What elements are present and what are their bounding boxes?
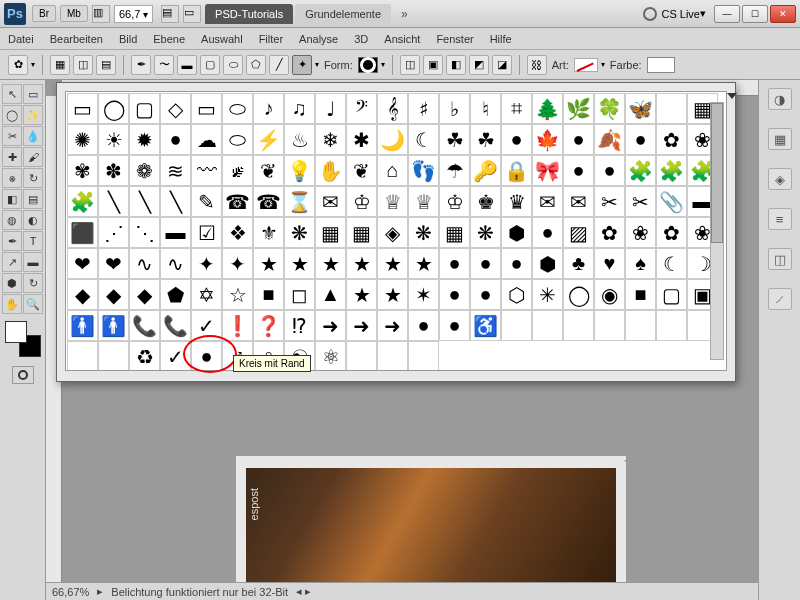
shape-cell[interactable]: ☂ (439, 155, 470, 186)
shape-cell[interactable]: ➜ (315, 310, 346, 341)
bridge-button[interactable]: Br (32, 5, 56, 22)
shape-cell[interactable]: ≋ (160, 155, 191, 186)
shape-cell[interactable]: ◆ (129, 279, 160, 310)
shape-cell[interactable]: ✿ (656, 124, 687, 155)
shape-cell[interactable]: ❖ (222, 217, 253, 248)
freeform-icon[interactable]: 〜 (154, 55, 174, 75)
shape-cell[interactable] (377, 341, 408, 371)
layers-panel-icon[interactable]: ≡ (768, 208, 792, 230)
shape-cell[interactable]: 📞 (160, 310, 191, 341)
adjustments-panel-icon[interactable]: ◈ (768, 168, 792, 190)
shape-cell[interactable]: ● (563, 124, 594, 155)
shape-cell[interactable]: ✶ (408, 279, 439, 310)
shape-cell[interactable]: ◻ (284, 279, 315, 310)
shape-cell[interactable]: ☑ (191, 217, 222, 248)
status-zoom[interactable]: 66,67% (52, 586, 89, 598)
shape-cell[interactable]: ● (501, 124, 532, 155)
shape-cell[interactable]: ⌛ (284, 186, 315, 217)
shape-cell[interactable]: ♛ (501, 186, 532, 217)
shape-cell[interactable]: ♔ (439, 186, 470, 217)
shape-cell[interactable]: ◆ (67, 279, 98, 310)
shape-cell[interactable]: ✽ (98, 155, 129, 186)
shape-cell[interactable]: ★ (346, 279, 377, 310)
shape-cell[interactable]: 🎀 (532, 155, 563, 186)
shape-cell[interactable]: ❀ (625, 217, 656, 248)
shape-cell[interactable]: ♻ (129, 341, 160, 371)
zoom-tool[interactable]: 🔍 (23, 294, 43, 314)
shape-cell[interactable]: ◯ (98, 93, 129, 124)
screen-icon[interactable]: ▭ (183, 5, 201, 23)
blur-tool[interactable]: ◍ (2, 210, 22, 230)
shape-cell[interactable] (656, 310, 687, 341)
shape-cell[interactable]: ✉ (532, 186, 563, 217)
shape-cell[interactable]: ♭ (439, 93, 470, 124)
brush-tool[interactable]: 🖌 (23, 147, 43, 167)
minimize-button[interactable]: — (714, 5, 740, 23)
shape-cell[interactable]: 🍁 (532, 124, 563, 155)
layers-mode-icon[interactable]: ▦ (50, 55, 70, 75)
shape-cell[interactable]: ★ (315, 248, 346, 279)
shape-cell[interactable]: ✡ (191, 279, 222, 310)
shape-cell[interactable]: ☘ (439, 124, 470, 155)
shape-cell[interactable]: 💡 (284, 155, 315, 186)
style-none-icon[interactable] (574, 58, 598, 72)
shape-cell[interactable]: 🚹 (98, 310, 129, 341)
shape-cell[interactable]: 🧩 (656, 155, 687, 186)
shape-cell[interactable]: ★ (377, 279, 408, 310)
combine-icon[interactable]: ◫ (400, 55, 420, 75)
shape-cell[interactable]: ● (408, 310, 439, 341)
tab-psd-tutorials[interactable]: PSD-Tutorials (205, 4, 293, 24)
pixels-mode-icon[interactable]: ▤ (96, 55, 116, 75)
shape-cell[interactable]: 🚹 (67, 310, 98, 341)
pen-tool[interactable]: ✒ (2, 231, 22, 251)
shape-cell[interactable]: ◉ (594, 279, 625, 310)
shape-cell[interactable]: ▢ (656, 279, 687, 310)
shape-cell[interactable]: ▢ (129, 93, 160, 124)
shape-cell[interactable]: 🌿 (563, 93, 594, 124)
shape-cell[interactable]: ■ (625, 279, 656, 310)
menu-datei[interactable]: Datei (8, 33, 34, 45)
path-tool[interactable]: ↗ (2, 252, 22, 272)
shape-cell[interactable]: 🍂 (594, 124, 625, 155)
shape-cell[interactable]: ☎ (222, 186, 253, 217)
exclude-icon[interactable]: ◪ (492, 55, 512, 75)
tabs-overflow-icon[interactable]: » (401, 7, 408, 21)
history-tool[interactable]: ↻ (23, 168, 43, 188)
scrollbar[interactable] (710, 102, 724, 360)
shape-cell[interactable]: ♪ (253, 93, 284, 124)
3d-tool[interactable]: ⬢ (2, 273, 22, 293)
shape-cell[interactable]: ▦ (346, 217, 377, 248)
shape-cell[interactable]: ╲ (129, 186, 160, 217)
shape-cell[interactable]: ◇ (160, 93, 191, 124)
link-icon[interactable]: ⛓ (527, 55, 547, 75)
shape-cell[interactable]: ◆ (98, 279, 129, 310)
eyedrop-tool[interactable]: 💧 (23, 126, 43, 146)
shape-cell[interactable]: 🍀 (594, 93, 625, 124)
shape-cell[interactable]: ❋ (408, 217, 439, 248)
paths-panel-icon[interactable]: ⟋ (768, 288, 792, 310)
shape-cell[interactable]: ⬭ (222, 93, 253, 124)
tab-grundelemente[interactable]: Grundelemente (295, 4, 391, 24)
shape-cell[interactable]: ☁ (191, 124, 222, 155)
shape-cell[interactable]: ❄ (315, 124, 346, 155)
shape-cell[interactable] (594, 310, 625, 341)
shape-cell[interactable]: ❗ (222, 310, 253, 341)
shape-cell[interactable]: ✿ (594, 217, 625, 248)
shape-cell[interactable]: ♕ (377, 186, 408, 217)
shape-cell[interactable]: ➜ (346, 310, 377, 341)
menu-hilfe[interactable]: Hilfe (490, 33, 512, 45)
paths-mode-icon[interactable]: ◫ (73, 55, 93, 75)
shape-cell[interactable]: ● (594, 155, 625, 186)
shape-cell[interactable]: ❁ (129, 155, 160, 186)
shape-cell[interactable]: ✦ (191, 248, 222, 279)
shape-cell[interactable]: ★ (408, 248, 439, 279)
intersect-icon[interactable]: ◩ (469, 55, 489, 75)
color-panel-icon[interactable]: ◑ (768, 88, 792, 110)
marquee-tool[interactable]: ▭ (23, 84, 43, 104)
stamp-tool[interactable]: ⎈ (2, 168, 22, 188)
menu-ansicht[interactable]: Ansicht (384, 33, 420, 45)
shape-cell[interactable]: 👣 (408, 155, 439, 186)
shape-cell[interactable]: ● (501, 248, 532, 279)
shape-cell[interactable]: ▲ (315, 279, 346, 310)
shape-cell[interactable]: 𝄢 (346, 93, 377, 124)
